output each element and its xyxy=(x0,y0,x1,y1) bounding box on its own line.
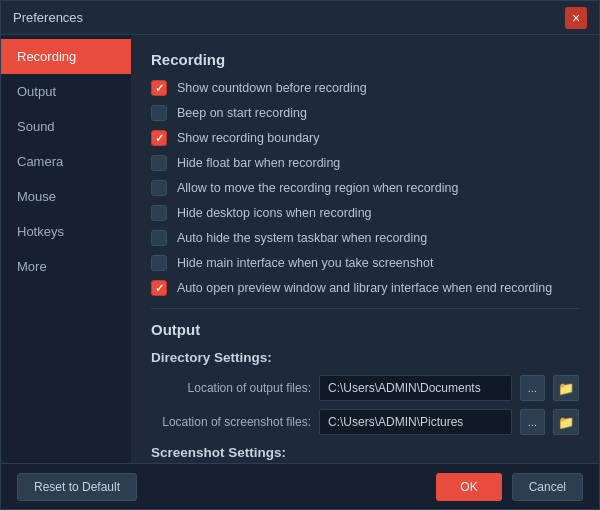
option-label-desktop-icons: Hide desktop icons when recording xyxy=(177,206,372,220)
option-row-floatbar: Hide float bar when recording xyxy=(151,155,579,171)
sidebar-item-camera[interactable]: Camera xyxy=(1,144,131,179)
footer: Reset to Default OK Cancel xyxy=(1,463,599,509)
screenshot-path-input[interactable] xyxy=(319,409,512,435)
option-row-taskbar: Auto hide the system taskbar when record… xyxy=(151,230,579,246)
sidebar-item-more[interactable]: More xyxy=(1,249,131,284)
option-label-taskbar: Auto hide the system taskbar when record… xyxy=(177,231,427,245)
screenshot-settings-block: Screenshot Settings: Screenshot format: … xyxy=(151,445,579,463)
ok-button[interactable]: OK xyxy=(436,473,501,501)
footer-right: OK Cancel xyxy=(436,473,583,501)
dialog-title: Preferences xyxy=(13,10,83,25)
option-row-auto-open: Auto open preview window and library int… xyxy=(151,280,579,296)
folder-icon-2: 📁 xyxy=(558,415,574,430)
option-row-boundary: Show recording boundary xyxy=(151,130,579,146)
dialog-body: Recording Output Sound Camera Mouse Hotk… xyxy=(1,35,599,463)
option-label-move-region: Allow to move the recording region when … xyxy=(177,181,458,195)
screenshot-settings-title: Screenshot Settings: xyxy=(151,445,579,460)
cancel-button[interactable]: Cancel xyxy=(512,473,583,501)
checkbox-desktop-icons[interactable] xyxy=(151,205,167,221)
sidebar-item-output[interactable]: Output xyxy=(1,74,131,109)
screenshot-path-dots-button[interactable]: ... xyxy=(520,409,545,435)
option-row-countdown: Show countdown before recording xyxy=(151,80,579,96)
option-row-beep: Beep on start recording xyxy=(151,105,579,121)
output-files-dots-button[interactable]: ... xyxy=(520,375,545,401)
recording-section-title: Recording xyxy=(151,51,579,68)
checkbox-floatbar[interactable] xyxy=(151,155,167,171)
sidebar-item-hotkeys[interactable]: Hotkeys xyxy=(1,214,131,249)
sidebar-item-recording[interactable]: Recording xyxy=(1,39,131,74)
checkbox-taskbar[interactable] xyxy=(151,230,167,246)
preferences-dialog: Preferences × Recording Output Sound Cam… xyxy=(0,0,600,510)
sidebar: Recording Output Sound Camera Mouse Hotk… xyxy=(1,35,131,463)
screenshot-path-label: Location of screenshot files: xyxy=(151,415,311,429)
output-files-row: Location of output files: ... 📁 xyxy=(151,375,579,401)
checkbox-main-interface[interactable] xyxy=(151,255,167,271)
option-label-auto-open: Auto open preview window and library int… xyxy=(177,281,552,295)
checkbox-auto-open[interactable] xyxy=(151,280,167,296)
checkbox-move-region[interactable] xyxy=(151,180,167,196)
sidebar-item-mouse[interactable]: Mouse xyxy=(1,179,131,214)
option-row-main-interface: Hide main interface when you take screen… xyxy=(151,255,579,271)
main-content: Recording Show countdown before recordin… xyxy=(131,35,599,463)
sidebar-item-sound[interactable]: Sound xyxy=(1,109,131,144)
directory-settings-title: Directory Settings: xyxy=(151,350,579,365)
output-files-label: Location of output files: xyxy=(151,381,311,395)
option-label-main-interface: Hide main interface when you take screen… xyxy=(177,256,433,270)
section-divider xyxy=(151,308,579,309)
output-files-input[interactable] xyxy=(319,375,512,401)
checkbox-countdown[interactable] xyxy=(151,80,167,96)
checkbox-boundary[interactable] xyxy=(151,130,167,146)
screenshot-path-row: Location of screenshot files: ... 📁 xyxy=(151,409,579,435)
folder-icon: 📁 xyxy=(558,381,574,396)
close-button[interactable]: × xyxy=(565,7,587,29)
title-bar: Preferences × xyxy=(1,1,599,35)
reset-button[interactable]: Reset to Default xyxy=(17,473,137,501)
option-row-desktop-icons: Hide desktop icons when recording xyxy=(151,205,579,221)
option-label-countdown: Show countdown before recording xyxy=(177,81,367,95)
option-label-boundary: Show recording boundary xyxy=(177,131,319,145)
screenshot-path-folder-button[interactable]: 📁 xyxy=(553,409,579,435)
option-label-floatbar: Hide float bar when recording xyxy=(177,156,340,170)
output-section-title: Output xyxy=(151,321,579,338)
checkbox-beep[interactable] xyxy=(151,105,167,121)
output-files-folder-button[interactable]: 📁 xyxy=(553,375,579,401)
output-section: Output Directory Settings: Location of o… xyxy=(151,321,579,463)
option-row-move-region: Allow to move the recording region when … xyxy=(151,180,579,196)
option-label-beep: Beep on start recording xyxy=(177,106,307,120)
